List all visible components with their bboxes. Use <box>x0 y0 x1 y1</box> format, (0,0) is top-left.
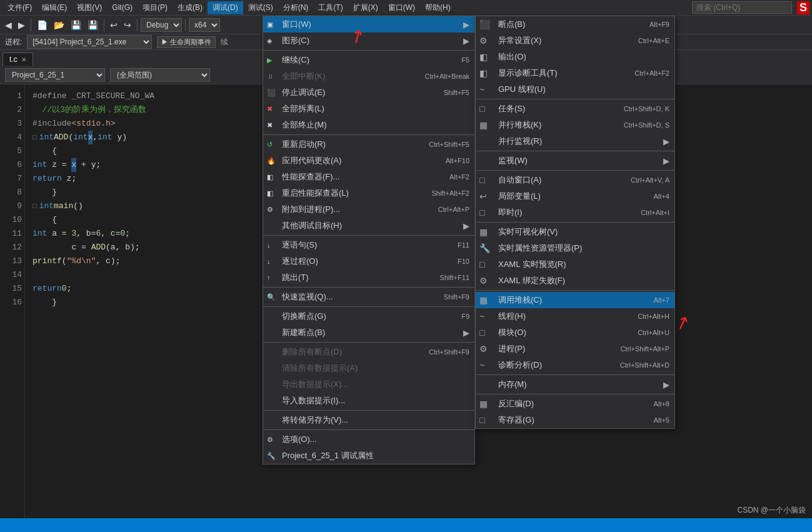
menu-test[interactable]: 测试(S) <box>243 1 278 14</box>
toolbar-fwd[interactable]: ▶ <box>16 19 28 31</box>
scope-file-select[interactable]: Project_6_25_1 <box>5 68 105 82</box>
menu-search-input[interactable] <box>692 1 792 14</box>
menu-window[interactable]: 窗口(W) <box>383 1 420 14</box>
debug-menu-toggle-bp[interactable]: 切换断点(G) F9 <box>263 308 474 324</box>
toolbar-open[interactable]: 📂 <box>51 19 67 31</box>
options-icon: ⚙ <box>267 436 273 444</box>
bp-icon: ⬛ <box>479 19 490 29</box>
menu-project[interactable]: 项目(P) <box>138 1 173 14</box>
quick-watch-icon: 🔍 <box>267 293 276 301</box>
win-breakpoints[interactable]: ⬛ 断点(B) Alt+F9 <box>476 16 674 33</box>
win-live-props[interactable]: 🔧 实时属性资源管理器(P) <box>476 240 674 256</box>
win-immediate[interactable]: □ 即时(I) Ctrl+Alt+I <box>476 204 674 221</box>
win-xaml-preview[interactable]: □ XAML 实时预览(R) <box>476 256 674 273</box>
sep-4 <box>263 287 474 288</box>
scope-range-select[interactable]: (全局范围) <box>110 68 210 82</box>
win-locals[interactable]: ↩ 局部变量(L) Alt+4 <box>476 188 674 204</box>
debug-menu-graphic[interactable]: ◈ 图形(C) ▶ <box>263 33 474 49</box>
win-xaml-binding[interactable]: ⚙ XAML 绑定失败(F) <box>476 273 674 289</box>
debug-menu-step-over[interactable]: ↓ 逐过程(O) F10 <box>263 253 474 269</box>
win-processes[interactable]: ⚙ 进程(P) Ctrl+Shift+Alt+P <box>476 341 674 357</box>
menu-file[interactable]: 文件(F) <box>3 1 37 14</box>
menu-extensions[interactable]: 扩展(X) <box>348 1 383 14</box>
debug-menu-break-all[interactable]: ⏸ 全部中断(K) Ctrl+Alt+Break <box>263 68 474 84</box>
debug-menu-save-dump[interactable]: 将转储另存为(V)... <box>263 412 474 428</box>
step-over-icon: ↓ <box>267 258 271 265</box>
win-diag-tools[interactable]: ◧ 显示诊断工具(T) Ctrl+Alt+F2 <box>476 65 674 81</box>
debug-menu-restart-profiler[interactable]: ◧ 重启性能探查器(L) Shift+Alt+F2 <box>263 185 474 201</box>
win-disassembly[interactable]: ▦ 反汇编(D) Alt+8 <box>476 396 674 412</box>
live-tree-icon: ▦ <box>479 227 488 237</box>
tab-tc-close[interactable]: ✕ <box>21 56 26 63</box>
threads-icon: ~ <box>479 311 484 321</box>
auto-icon: □ <box>479 175 484 185</box>
win-modules[interactable]: □ 模块(O) Ctrl+Alt+U <box>476 324 674 341</box>
debug-menu-stop[interactable]: ⬛ 停止调试(E) Shift+F5 <box>263 84 474 101</box>
win-tasks[interactable]: □ 任务(S) Ctrl+Shift+D, K <box>476 101 674 117</box>
win-live-tree[interactable]: ▦ 实时可视化树(V) <box>476 224 674 240</box>
win-output[interactable]: ◧ 输出(O) <box>476 49 674 65</box>
debug-dropdown: ▣ 窗口(W) ▶ ◈ 图形(C) ▶ ▶ 继续(C) F5 ⏸ 全部中断(K)… <box>263 16 475 464</box>
debug-menu-apply-code[interactable]: 🔥 应用代码更改(A) Alt+F10 <box>263 153 474 169</box>
win-auto[interactable]: □ 自动窗口(A) Ctrl+Alt+V, A <box>476 172 674 188</box>
toolbar-undo[interactable]: ↩ <box>108 19 120 31</box>
debug-menu-attach[interactable]: ⚙ 附加到进程(P)... Ctrl+Alt+P <box>263 201 474 218</box>
debug-menu-clear-tips[interactable]: 清除所有数据提示(A) <box>263 360 474 376</box>
win-call-stack[interactable]: ▦ 调用堆栈(C) Alt+7 <box>476 292 674 308</box>
menu-analyze[interactable]: 分析(N) <box>278 1 314 14</box>
arch-select[interactable]: x64 <box>189 18 220 32</box>
terminate-icon: ✖ <box>267 121 273 129</box>
win-memory[interactable]: 内存(M) ▶ <box>476 376 674 393</box>
toolbar-new[interactable]: 📄 <box>34 19 50 31</box>
debug-menu-step-out[interactable]: ↑ 跳出(T) Shift+F11 <box>263 269 474 286</box>
debug-menu-new-bp[interactable]: 新建断点(B) ▶ <box>263 324 474 341</box>
menu-tools[interactable]: 工具(T) <box>313 1 348 14</box>
debug-menu-restart[interactable]: ↺ 重新启动(R) Ctrl+Shift+F5 <box>263 136 474 153</box>
debug-menu-delete-all-bp[interactable]: 删除所有断点(D) Ctrl+Shift+F9 <box>263 344 474 360</box>
menu-view[interactable]: 视图(V) <box>72 1 107 14</box>
step-into-icon: ↓ <box>267 241 271 249</box>
tab-tc[interactable]: t.c ✕ <box>3 53 33 66</box>
debug-menu-other-targets[interactable]: 其他调试目标(H) ▶ <box>263 218 474 234</box>
debug-menu-detach[interactable]: ✖ 全部拆离(L) <box>263 101 474 117</box>
toolbar-redo[interactable]: ↪ <box>121 19 134 31</box>
toolbar-sep-3 <box>137 19 138 31</box>
process-label: 进程: <box>5 37 22 48</box>
process-extra: 续 <box>221 37 228 48</box>
debug-menu-terminate[interactable]: ✖ 全部终止(M) <box>263 117 474 133</box>
toolbar-save-all[interactable]: 💾 <box>85 19 101 31</box>
win-registers[interactable]: □ 寄存器(G) Alt+5 <box>476 412 674 428</box>
win-diag-analysis[interactable]: ~ 诊断分析(D) Ctrl+Shift+Alt+D <box>476 357 674 373</box>
debug-menu-props[interactable]: 🔧 Project_6_25_1 调试属性 <box>263 448 474 464</box>
restart-profiler-icon: ◧ <box>267 189 273 198</box>
debug-config-select[interactable]: Debug <box>141 18 182 32</box>
call-stack-icon: ▦ <box>479 295 488 305</box>
toolbar-save[interactable]: 💾 <box>68 19 84 31</box>
debug-menu-step-into[interactable]: ↓ 逐语句(S) F11 <box>263 237 474 253</box>
new-bp-arrow: ▶ <box>463 328 469 338</box>
menu-edit[interactable]: 编辑(E) <box>37 1 72 14</box>
debug-menu-quick-watch[interactable]: 🔍 快速监视(Q)... Shift+F9 <box>263 289 474 305</box>
watermark: CSDN @一个小脑袋 <box>737 505 806 516</box>
sep-5 <box>263 306 474 307</box>
debug-menu-profiler[interactable]: ◧ 性能探查器(F)... Alt+F2 <box>263 169 474 185</box>
win-exception[interactable]: ⚙ 异常设置(X) Ctrl+Alt+E <box>476 33 674 49</box>
lifecycle-btn[interactable]: ▶ 生命周期事件 <box>157 36 216 48</box>
menu-debug[interactable]: 调试(D) <box>208 1 243 14</box>
win-watch[interactable]: 监视(W) ▶ <box>476 153 674 169</box>
win-gpu-threads[interactable]: ~ GPU 线程(U) <box>476 81 674 98</box>
debug-menu-window[interactable]: ▣ 窗口(W) ▶ <box>263 16 474 33</box>
win-threads[interactable]: ~ 线程(H) Ctrl+Alt+H <box>476 308 674 324</box>
menu-git[interactable]: Git(G) <box>107 2 138 13</box>
debug-menu-continue[interactable]: ▶ 继续(C) F5 <box>263 52 474 68</box>
debug-menu-import-tips[interactable]: 导入数据提示(I)... <box>263 393 474 409</box>
debug-menu-options[interactable]: ⚙ 选项(O)... <box>263 431 474 448</box>
win-parallel-watch[interactable]: 并行监视(R) ▶ <box>476 133 674 149</box>
debug-menu-export-tips[interactable]: 导出数据提示(X)... <box>263 376 474 393</box>
memory-arrow: ▶ <box>663 380 669 389</box>
process-select[interactable]: [54104] Project_6_25_1.exe <box>27 35 152 49</box>
toolbar-back[interactable]: ◀ <box>3 19 14 31</box>
win-parallel-stack[interactable]: ▦ 并行堆栈(K) Ctrl+Shift+D, S <box>476 117 674 133</box>
menu-help[interactable]: 帮助(H) <box>420 1 456 14</box>
menu-build[interactable]: 生成(B) <box>173 1 208 14</box>
